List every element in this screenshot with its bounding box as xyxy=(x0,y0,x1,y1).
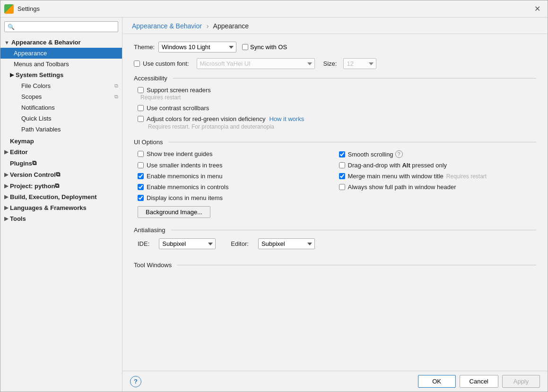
nav-group-appearance-behavior[interactable]: ▼ Appearance & Behavior xyxy=(0,37,122,48)
chevron-right-icon: ▶ xyxy=(4,172,8,178)
close-button[interactable]: ✕ xyxy=(531,2,544,16)
help-button[interactable]: ? xyxy=(130,376,141,387)
chevron-right-icon: ▶ xyxy=(4,205,8,211)
chevron-down-icon: ▼ xyxy=(4,40,9,45)
ide-antialiasing-select[interactable]: Subpixel Greyscale None xyxy=(159,238,216,249)
chevron-right-icon: ▶ xyxy=(10,72,14,78)
copy-icon: ⧉ xyxy=(114,83,118,89)
settings-content: Theme: Windows 10 Light Darcula High con… xyxy=(122,34,548,371)
section-divider xyxy=(168,142,536,142)
title-bar: Settings ✕ xyxy=(0,0,548,17)
main-panel: Appearance & Behavior › Appearance Theme… xyxy=(122,17,548,392)
ui-option-drag-drop: Drag-and-drop with Alt pressed only xyxy=(339,162,533,169)
sync-with-os-row: Sync with OS xyxy=(242,44,287,51)
smaller-indents-input[interactable] xyxy=(138,162,144,168)
sidebar-item-notifications[interactable]: Notifications xyxy=(0,102,122,113)
ok-button[interactable]: OK xyxy=(418,375,456,388)
screen-readers-row: Support screen readers Requires restart xyxy=(138,87,536,101)
contrast-scrollbars-row: Use contrast scrollbars xyxy=(138,105,536,112)
breadcrumb-parent[interactable]: Appearance & Behavior xyxy=(132,22,202,30)
ui-option-empty xyxy=(339,194,533,201)
antialiasing-section: Antialiasing IDE: Subpixel Greyscale Non… xyxy=(134,226,536,253)
contrast-scrollbars-input[interactable] xyxy=(138,105,144,111)
smooth-scrolling-input[interactable] xyxy=(339,151,345,157)
nav-section-appearance-behavior: ▼ Appearance & Behavior Appearance Menus… xyxy=(0,36,122,136)
sidebar: 🔍 ▼ Appearance & Behavior Appearance Men… xyxy=(0,17,122,392)
search-box: 🔍 xyxy=(4,21,118,32)
screen-readers-checkbox[interactable]: Support screen readers xyxy=(138,87,536,94)
window-title: Settings xyxy=(17,5,531,12)
tool-windows-label: Tool Windows xyxy=(134,261,172,269)
show-tree-indent-input[interactable] xyxy=(138,151,144,157)
sidebar-item-file-colors[interactable]: File Colors ⧉ xyxy=(0,80,122,91)
background-image-btn-container: Background Image... xyxy=(138,206,532,218)
breadcrumb-separator: › xyxy=(207,22,209,30)
editor-antialiasing-select[interactable]: Subpixel Greyscale None xyxy=(258,238,315,249)
contrast-scrollbars-checkbox[interactable]: Use contrast scrollbars xyxy=(138,105,209,112)
adjust-colors-input[interactable] xyxy=(138,116,144,122)
accessibility-label: Accessibility xyxy=(134,75,167,82)
drag-drop-input[interactable] xyxy=(339,162,345,168)
copy-icon: ⧉ xyxy=(32,159,36,167)
sidebar-item-scopes[interactable]: Scopes ⧉ xyxy=(0,91,122,102)
accessibility-header: Accessibility xyxy=(134,75,536,82)
display-icons-input[interactable] xyxy=(138,195,144,201)
adjust-colors-row: Adjust colors for red-green vision defic… xyxy=(138,115,536,130)
tool-windows-section: Tool Windows xyxy=(134,261,536,269)
chevron-right-icon: ▶ xyxy=(4,216,8,222)
nav-item-languages-frameworks[interactable]: ▶ Languages & Frameworks xyxy=(0,202,122,213)
chevron-right-icon: ▶ xyxy=(4,149,8,155)
sidebar-item-quick-lists[interactable]: Quick Lists xyxy=(0,113,122,124)
ui-options-section: UI Options Show tree indent guides xyxy=(134,139,536,218)
help-icon[interactable]: ? xyxy=(395,150,403,158)
nav-item-tools[interactable]: ▶ Tools xyxy=(0,213,122,224)
sync-with-os-label[interactable]: Sync with OS xyxy=(250,44,287,51)
ui-option-merge-menu: Merge main menu with window title Requir… xyxy=(339,173,533,180)
adjust-colors-checkbox[interactable]: Adjust colors for red-green vision defic… xyxy=(138,115,265,122)
nav-item-editor[interactable]: ▶ Editor xyxy=(0,147,122,157)
ui-option-mnemonics-menu: Enable mnemonics in menu xyxy=(138,173,331,180)
sync-with-os-checkbox[interactable] xyxy=(242,44,248,50)
requires-restart-note: Requires restart xyxy=(140,94,181,101)
mnemonics-controls-input[interactable] xyxy=(138,184,144,190)
sidebar-item-menus-toolbars[interactable]: Menus and Toolbars xyxy=(0,59,122,70)
antialiasing-row: IDE: Subpixel Greyscale None Editor: Sub… xyxy=(134,238,536,253)
background-image-button[interactable]: Background Image... xyxy=(138,206,210,218)
sidebar-item-path-variables[interactable]: Path Variables xyxy=(0,124,122,135)
size-select[interactable]: 12 xyxy=(343,58,376,69)
ui-option-show-tree-indent: Show tree indent guides xyxy=(138,150,331,158)
section-divider xyxy=(171,230,537,230)
breadcrumb: Appearance & Behavior › Appearance xyxy=(122,17,548,34)
screen-readers-input[interactable] xyxy=(138,87,144,93)
font-select[interactable]: Microsoft YaHei UI xyxy=(197,58,315,69)
merge-menu-input[interactable] xyxy=(339,173,345,179)
nav-item-version-control[interactable]: ▶ Version Control ⧉ xyxy=(0,169,122,180)
ui-option-full-path: Always show full path in window header xyxy=(339,183,533,191)
custom-font-checkbox[interactable] xyxy=(134,61,140,67)
footer-buttons: OK Cancel Apply xyxy=(418,375,540,388)
cancel-button[interactable]: Cancel xyxy=(460,375,498,388)
search-input[interactable] xyxy=(17,23,115,30)
nav-item-plugins[interactable]: ▶ Plugins ⧉ xyxy=(0,157,122,169)
nav-item-build-execution[interactable]: ▶ Build, Execution, Deployment xyxy=(0,192,122,202)
footer: ? OK Cancel Apply xyxy=(122,371,548,392)
ui-options-grid: Show tree indent guides Smooth scrolling… xyxy=(134,150,536,201)
theme-row: Theme: Windows 10 Light Darcula High con… xyxy=(134,42,536,52)
nav-item-keymap[interactable]: ▶ Keymap xyxy=(0,136,122,147)
accessibility-section: Accessibility Support screen readers Req… xyxy=(134,75,536,130)
theme-select[interactable]: Windows 10 Light Darcula High contrast I… xyxy=(158,42,236,52)
mnemonics-menu-input[interactable] xyxy=(138,173,144,179)
editor-aa-label: Editor: xyxy=(231,240,249,247)
chevron-right-icon: ▶ xyxy=(4,183,8,189)
adjust-colors-note: Requires restart. For protanopia and deu… xyxy=(138,123,536,130)
sidebar-item-system-settings[interactable]: ▶ System Settings xyxy=(0,70,122,80)
ui-option-display-icons: Display icons in menu items xyxy=(138,194,331,201)
custom-font-checkbox-label[interactable]: Use custom font: xyxy=(134,60,189,67)
apply-button[interactable]: Apply xyxy=(502,375,540,388)
nav-item-project-python[interactable]: ▶ Project: python ⧉ xyxy=(0,180,122,192)
full-path-input[interactable] xyxy=(339,184,345,190)
sidebar-item-appearance[interactable]: Appearance xyxy=(0,48,122,59)
ui-options-header: UI Options xyxy=(134,139,536,146)
nav-group-label: Appearance & Behavior xyxy=(11,39,81,46)
how-it-works-link[interactable]: How it works xyxy=(269,115,304,122)
